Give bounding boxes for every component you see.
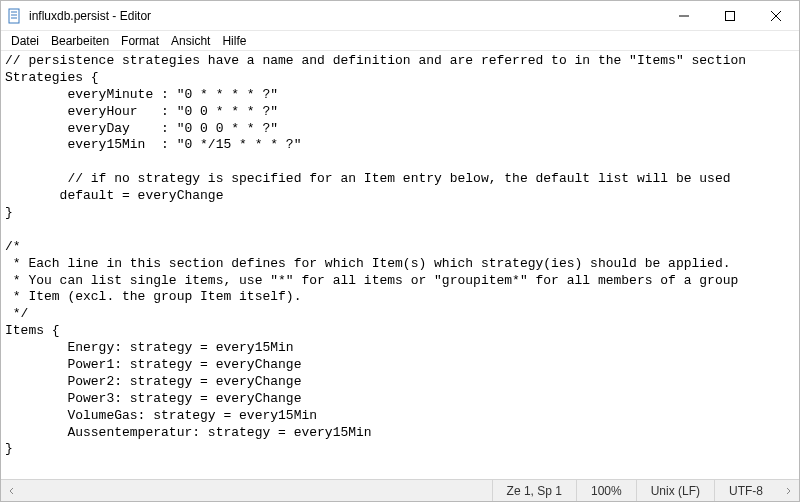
menu-format[interactable]: Format: [115, 32, 165, 50]
menu-datei[interactable]: Datei: [5, 32, 45, 50]
text-editor-area[interactable]: // persistence strategies have a name an…: [1, 51, 799, 479]
statusbar-line-ending[interactable]: Unix (LF): [636, 480, 714, 501]
window-title: influxdb.persist - Editor: [29, 9, 661, 23]
statusbar-left-arrow-icon: [1, 487, 23, 495]
svg-rect-5: [726, 12, 735, 21]
menu-bearbeiten[interactable]: Bearbeiten: [45, 32, 115, 50]
menu-hilfe[interactable]: Hilfe: [216, 32, 252, 50]
statusbar-encoding[interactable]: UTF-8: [714, 480, 777, 501]
statusbar: Ze 1, Sp 1 100% Unix (LF) UTF-8: [1, 479, 799, 501]
menu-ansicht[interactable]: Ansicht: [165, 32, 216, 50]
window-controls: [661, 1, 799, 30]
maximize-button[interactable]: [707, 1, 753, 31]
editor-window: influxdb.persist - Editor Datei Bearbeit…: [0, 0, 800, 502]
svg-rect-0: [9, 9, 19, 23]
app-icon: [7, 8, 23, 24]
statusbar-right-arrow-icon: [777, 487, 799, 495]
menubar: Datei Bearbeiten Format Ansicht Hilfe: [1, 31, 799, 51]
close-button[interactable]: [753, 1, 799, 31]
statusbar-position[interactable]: Ze 1, Sp 1: [492, 480, 576, 501]
titlebar[interactable]: influxdb.persist - Editor: [1, 1, 799, 31]
minimize-button[interactable]: [661, 1, 707, 31]
statusbar-zoom[interactable]: 100%: [576, 480, 636, 501]
